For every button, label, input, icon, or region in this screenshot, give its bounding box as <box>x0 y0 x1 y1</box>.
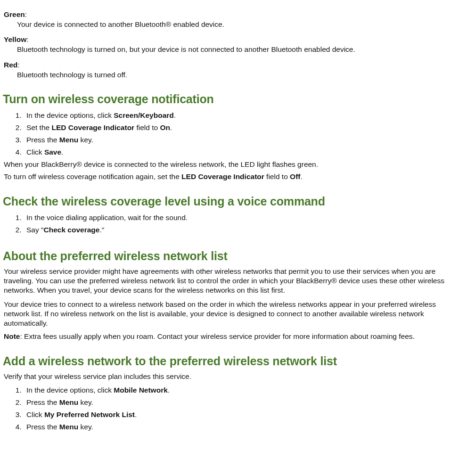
steps-add-wireless-network: In the device options, click Mobile Netw… <box>4 385 455 433</box>
indicator-yellow-label: Yellow: <box>4 35 455 44</box>
steps-check-wireless-voice: In the voice dialing application, wait f… <box>4 212 455 236</box>
heading-turn-on-wireless-notification: Turn on wireless coverage notification <box>3 92 455 106</box>
step: Say "Check coverage." <box>24 224 455 236</box>
note-label: Note <box>4 332 20 340</box>
step: Set the LED Coverage Indicator field to … <box>24 122 455 133</box>
steps-turn-on-wireless-notification: In the device options, click Screen/Keyb… <box>4 110 455 158</box>
heading-add-wireless-network: Add a wireless network to the preferred … <box>3 354 455 368</box>
step: Click Save. <box>24 147 455 158</box>
heading-check-wireless-voice: Check the wireless coverage level using … <box>3 195 455 208</box>
about-preferred-paragraph: Your device tries to connect to a wirele… <box>4 300 454 328</box>
intro-verify-service: Verify that your wireless service plan i… <box>4 372 454 381</box>
step: Press the Menu key. <box>24 397 455 408</box>
step: Click My Preferred Network List. <box>24 409 455 420</box>
indicator-list: Green: Your device is connected to anoth… <box>3 10 455 79</box>
indicator-green-text: Your device is connected to another Blue… <box>17 20 455 29</box>
after-steps-text: To turn off wireless coverage notificati… <box>4 172 454 181</box>
indicator-red-label: Red: <box>4 61 455 69</box>
step: Press the Menu key. <box>24 421 455 433</box>
document-page: Green: Your device is connected to anoth… <box>0 0 459 439</box>
about-preferred-paragraph: Your wireless service provider might hav… <box>4 267 454 295</box>
indicator-yellow-text: Bluetooth technology is turned on, but y… <box>17 45 455 54</box>
step: In the device options, click Screen/Keyb… <box>24 110 455 121</box>
heading-about-preferred-network: About the preferred wireless network lis… <box>3 249 455 263</box>
step: In the device options, click Mobile Netw… <box>24 385 455 396</box>
step: Press the Menu key. <box>24 134 455 146</box>
indicator-green-label: Green: <box>4 10 455 19</box>
indicator-red-text: Bluetooth technology is turned off. <box>17 70 455 79</box>
after-steps-text: When your BlackBerry® device is connecte… <box>4 160 454 169</box>
note-line: Note: Extra fees usually apply when you … <box>4 332 454 341</box>
step: In the voice dialing application, wait f… <box>24 212 455 223</box>
